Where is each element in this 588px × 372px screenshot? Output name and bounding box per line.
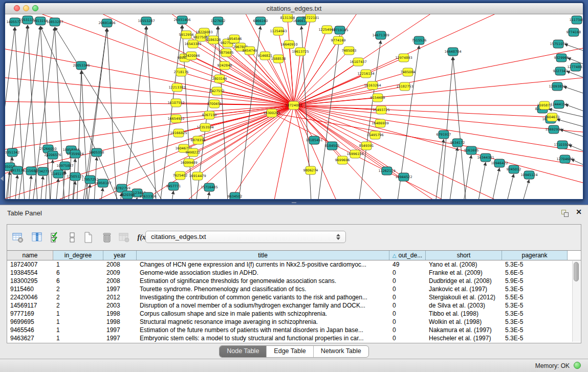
table-cell[interactable]: 9115460 xyxy=(7,285,53,293)
vertical-scrollbar[interactable] xyxy=(572,261,580,342)
table-cell[interactable]: 5.3E-5 xyxy=(502,326,568,334)
edge[interactable] xyxy=(146,26,157,199)
network-window[interactable]: citations_edges.txt 14055724205311323913… xyxy=(4,2,584,201)
table-cell[interactable]: 0 xyxy=(389,269,426,277)
table-cell[interactable]: 0 xyxy=(389,277,426,285)
table-cell[interactable]: 1997 xyxy=(103,334,137,342)
table-cell[interactable]: 0 xyxy=(389,293,426,301)
edge[interactable] xyxy=(134,198,137,199)
table-cell[interactable]: 0 xyxy=(389,326,426,334)
table-cell[interactable]: 5.3E-5 xyxy=(502,260,568,269)
table-cell[interactable]: 6 xyxy=(53,277,103,285)
edge[interactable] xyxy=(294,105,552,117)
scrollbar-thumb[interactable] xyxy=(574,262,579,281)
table-cell[interactable]: 1998 xyxy=(103,318,137,326)
table-cell[interactable]: 5.3E-5 xyxy=(502,318,568,326)
edge[interactable] xyxy=(185,58,294,105)
table-cell[interactable]: 14569117 xyxy=(7,301,53,310)
table-row[interactable]: 1938455462009Genome-wide association stu… xyxy=(7,269,573,277)
table-cell[interactable]: 2009 xyxy=(103,269,137,277)
edge[interactable] xyxy=(563,86,583,97)
table-cell[interactable]: 9777169 xyxy=(7,310,53,318)
table-cell[interactable]: 2 xyxy=(53,293,103,301)
edge[interactable] xyxy=(564,44,583,54)
edge[interactable] xyxy=(170,191,173,199)
edge[interactable] xyxy=(7,171,10,199)
column-header-pagerank[interactable]: pagerank xyxy=(502,251,568,260)
table-cell[interactable]: 1 xyxy=(53,310,103,318)
edge[interactable] xyxy=(317,35,340,199)
table-cell[interactable]: 1 xyxy=(53,260,103,269)
edge[interactable] xyxy=(505,174,514,199)
table-cell[interactable]: 1 xyxy=(53,334,103,342)
edge[interactable] xyxy=(191,56,294,105)
edge[interactable] xyxy=(181,72,294,105)
edge[interactable] xyxy=(294,77,583,105)
table-cell[interactable]: 2012 xyxy=(103,293,137,301)
edge[interactable] xyxy=(123,26,146,199)
edge[interactable] xyxy=(288,18,294,105)
column-header-out_de[interactable]: △out_de... xyxy=(389,251,426,260)
table-cell[interactable]: 5.9E-5 xyxy=(502,277,568,285)
edge[interactable] xyxy=(294,105,314,140)
table-cell[interactable]: Yano et al. (2008) xyxy=(426,260,502,269)
network-graph[interactable]: 1405572420531132391315410853287206914061… xyxy=(5,14,583,199)
unselect-all-columns-button[interactable] xyxy=(66,231,79,244)
table-cell[interactable]: Stergiakouli et al. (2012) xyxy=(426,293,502,301)
table-cell[interactable]: 1 xyxy=(53,318,103,326)
table-cell[interactable]: Estimation of significance thresholds fo… xyxy=(137,277,389,285)
table-cell[interactable]: 5.5E-5 xyxy=(502,293,568,301)
table-cell[interactable]: 49 xyxy=(389,260,426,269)
table-mode-button[interactable] xyxy=(11,231,25,244)
table-cell[interactable]: Wolkin et al. (1998) xyxy=(426,318,502,326)
table-cell[interactable]: 1997 xyxy=(103,285,137,293)
network-canvas[interactable]: 1405572420531132391315410853287206914061… xyxy=(5,14,583,199)
table-cell[interactable]: Embryonic stem cells: a model to study s… xyxy=(137,334,389,342)
table-cell[interactable]: 5.6E-5 xyxy=(502,269,568,277)
edge[interactable] xyxy=(294,105,455,199)
table-cell[interactable]: 6 xyxy=(53,269,103,277)
table-cell[interactable]: 0 xyxy=(389,310,426,318)
table-cell[interactable]: Tourette syndrome. Phenomenology and cla… xyxy=(137,285,389,293)
edge[interactable] xyxy=(50,160,53,199)
table-cell[interactable]: Nakamura et al. (1997) xyxy=(426,326,502,334)
table-cell[interactable]: de Silva et al. (2003) xyxy=(426,301,502,310)
column-header-short[interactable]: short xyxy=(426,251,502,260)
table-cell[interactable]: 9465546 xyxy=(7,326,53,334)
edge[interactable] xyxy=(177,87,294,105)
table-cell[interactable]: 5.3E-5 xyxy=(502,310,568,318)
edge[interactable] xyxy=(55,179,58,199)
table-cell[interactable]: 1998 xyxy=(103,310,137,318)
close-icon[interactable]: ✕ xyxy=(576,208,582,216)
table-cell[interactable]: 2 xyxy=(53,301,103,310)
table-cell[interactable]: 2 xyxy=(53,285,103,293)
memory-status-indicator[interactable] xyxy=(574,362,581,369)
edge[interactable] xyxy=(28,176,31,199)
edge[interactable] xyxy=(476,162,486,199)
window-titlebar[interactable]: citations_edges.txt xyxy=(5,3,583,14)
table-row[interactable]: 2242004622012Investigating the contribut… xyxy=(7,293,573,301)
create-column-button[interactable] xyxy=(82,231,95,244)
table-cell[interactable]: Dudbridge et al. (2008) xyxy=(426,277,502,285)
edge[interactable] xyxy=(434,139,444,199)
tab-network-table[interactable]: Network Table xyxy=(313,346,368,357)
table-row[interactable]: 946362711997Embryonic stem cells: a mode… xyxy=(7,334,573,342)
table-cell[interactable]: Estimation of the future numbers of pati… xyxy=(137,326,389,334)
table-cell[interactable]: 2008 xyxy=(103,260,137,269)
table-cell[interactable]: Jankovic et al. (1997) xyxy=(426,285,502,293)
table-cell[interactable]: 19384554 xyxy=(7,269,53,277)
select-all-columns-button[interactable] xyxy=(49,231,62,244)
delete-column-button[interactable] xyxy=(100,231,114,244)
table-cell[interactable]: Tibbo et al. (1998) xyxy=(426,310,502,318)
table-cell[interactable]: 5.3E-5 xyxy=(502,301,568,310)
table-row[interactable]: 1872400712008Changes of HCN gene express… xyxy=(7,260,573,269)
edge[interactable] xyxy=(520,180,529,199)
edge[interactable] xyxy=(448,147,458,199)
column-header-title[interactable]: title xyxy=(137,251,389,260)
edge[interactable] xyxy=(440,57,453,199)
table-cell[interactable]: Disruption of a novel member of a sodium… xyxy=(137,301,389,310)
table-cell[interactable]: Investigating the contribution of common… xyxy=(137,293,389,301)
table-row[interactable]: 1830029562008Estimation of significance … xyxy=(7,277,573,285)
table-cell[interactable]: 0 xyxy=(389,285,426,293)
edge[interactable] xyxy=(294,105,517,199)
